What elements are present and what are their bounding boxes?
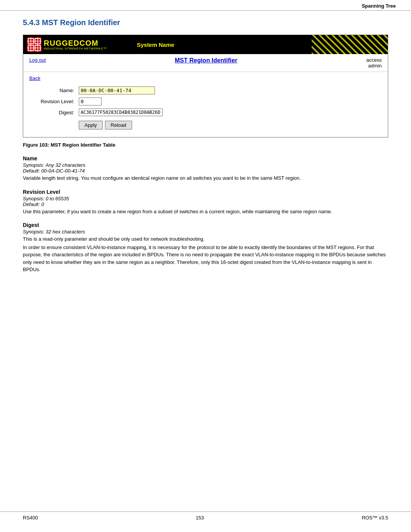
field-heading: Digest (23, 222, 388, 228)
brand-logo: RUGGEDCOM INDUSTRIAL STRENGTH NETWORKS™ (27, 37, 106, 52)
digest-input[interactable] (79, 109, 162, 116)
field-section: NameSynopsis: Any 32 charactersDefault: … (23, 155, 388, 182)
brand-text-block: RUGGEDCOM INDUSTRIAL STRENGTH NETWORKS™ (44, 39, 106, 50)
figure-caption: Figure 103: MST Region Identifier Table (23, 142, 388, 148)
name-input[interactable] (79, 86, 155, 94)
main-content: 5.4.3 MST Region Identifier R (0, 11, 411, 296)
brand-name: RUGGEDCOM (44, 39, 106, 47)
page-title: MST Region Identifier (175, 57, 237, 64)
field-body: In order to ensure consistent VLAN-to-in… (23, 244, 388, 273)
field-body: This is a read-only parameter and should… (23, 235, 388, 243)
field-body: Use this parameter, if you want to creat… (23, 208, 388, 216)
header-title: Spanning Tree (362, 3, 396, 9)
field-synopsis: Synopsis: 0 to 65535 (23, 196, 388, 201)
reload-button[interactable]: Reload (105, 121, 132, 129)
nav-access: access admin (366, 57, 382, 69)
apply-button[interactable]: Apply (79, 121, 103, 129)
revision-row: Revision Level: (29, 97, 382, 105)
brand-stripe-decoration (312, 35, 388, 54)
footer-left: RS400 (23, 515, 38, 521)
name-row: Name: (29, 86, 382, 94)
digest-row: Digest: (29, 109, 382, 116)
nav-bar: Log out MST Region Identifier access adm… (23, 54, 388, 72)
name-label: Name: (29, 88, 79, 93)
page-footer: RS400 153 ROS™ v3.5 (0, 511, 411, 521)
ui-frame: RUGGEDCOM INDUSTRIAL STRENGTH NETWORKS™ … (23, 35, 388, 137)
revision-label: Revision Level: (29, 99, 79, 104)
field-section: Revision LevelSynopsis: 0 to 65535Defaul… (23, 189, 388, 216)
form-area: Name: Revision Level: Digest: Apply Relo… (23, 83, 388, 137)
field-heading: Name (23, 155, 388, 161)
field-default: Default: 0 (23, 201, 388, 207)
field-default: Default: 00-0A-DC-00-41-74 (23, 168, 388, 174)
top-header: Spanning Tree (0, 0, 411, 11)
footer-right: ROS™ v3.5 (362, 515, 388, 521)
section-heading: 5.4.3 MST Region Identifier (23, 18, 388, 29)
footer-center: 153 (196, 515, 204, 521)
field-heading: Revision Level (23, 189, 388, 195)
logout-link[interactable]: Log out (29, 57, 46, 63)
brand-bar: RUGGEDCOM INDUSTRIAL STRENGTH NETWORKS™ … (23, 35, 388, 54)
access-label: access (366, 57, 382, 63)
access-value: admin (368, 63, 382, 69)
button-row: Apply Reload (79, 121, 382, 129)
svg-rect-0 (27, 37, 41, 52)
field-synopsis: Synopsis: 32 hex characters (23, 229, 388, 235)
digest-label: Digest: (29, 110, 79, 115)
ruggedcom-icon (27, 37, 41, 52)
field-section: DigestSynopsis: 32 hex charactersThis is… (23, 222, 388, 273)
field-synopsis: Synopsis: Any 32 characters (23, 162, 388, 168)
back-link[interactable]: Back (29, 75, 40, 81)
brand-system-name: System Name (137, 42, 174, 48)
field-body: Variable length text string. You must co… (23, 174, 388, 182)
brand-tagline: INDUSTRIAL STRENGTH NETWORKS™ (44, 47, 106, 50)
back-row: Back (23, 72, 388, 83)
revision-input[interactable] (79, 97, 102, 105)
field-descriptions: NameSynopsis: Any 32 charactersDefault: … (23, 155, 388, 273)
